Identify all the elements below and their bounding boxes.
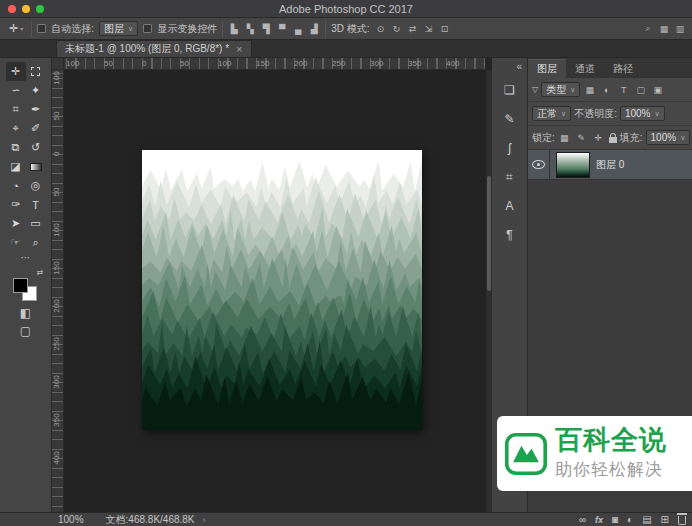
gradient-tool[interactable] bbox=[26, 157, 46, 176]
ruler-label: 100 bbox=[52, 222, 61, 238]
vertical-ruler[interactable]: 10050050100150200250300350400 bbox=[52, 70, 64, 512]
layer-row[interactable]: 图层 0 bbox=[528, 150, 692, 180]
quick-mask-button[interactable]: ◧ bbox=[20, 304, 31, 322]
ruler-label: 50 bbox=[52, 108, 61, 124]
document-tab[interactable]: 未标题-1 @ 100% (图层 0, RGB/8*) * × bbox=[56, 40, 252, 57]
align-horizontal-centers-icon[interactable]: ▚ bbox=[244, 24, 256, 34]
history-brush-tool[interactable]: ↺ bbox=[26, 138, 46, 157]
spot-healing-brush-tool[interactable]: ⌖ bbox=[6, 119, 26, 138]
grid-view-icon[interactable]: ▦ bbox=[658, 24, 670, 34]
panel-tab-通道[interactable]: 通道 bbox=[566, 59, 604, 78]
hand-tool[interactable]: ☞ bbox=[6, 233, 26, 252]
clone-stamp-tool[interactable]: ⧉ bbox=[6, 138, 26, 157]
rectangular-marquee-tool[interactable] bbox=[26, 62, 46, 81]
rectangle-tool[interactable]: ▭ bbox=[26, 214, 46, 233]
3d-scale-icon[interactable]: ⊡ bbox=[438, 24, 450, 34]
delete-layer-icon[interactable] bbox=[678, 516, 686, 525]
move-tool[interactable]: ✛ bbox=[6, 62, 26, 81]
lock-transparent-pixels-icon[interactable]: ▦ bbox=[558, 133, 571, 143]
filter-shape-layers-icon[interactable]: ▢ bbox=[634, 85, 647, 95]
lock-image-pixels-icon[interactable]: ✎ bbox=[575, 133, 588, 143]
3d-roll-icon[interactable]: ↻ bbox=[390, 24, 402, 34]
3d-slide-icon[interactable]: ⇲ bbox=[422, 24, 434, 34]
pen-tool[interactable]: ✑ bbox=[6, 195, 26, 214]
spot-healing-brush-tool-icon: ⌖ bbox=[12, 122, 18, 135]
link-layers-icon[interactable]: ∞ bbox=[579, 514, 586, 525]
3d-rotate-icon[interactable]: ⊙ bbox=[374, 24, 386, 34]
align-top-edges-icon[interactable]: ▀ bbox=[276, 24, 288, 34]
screen-mode-button[interactable]: ▢ bbox=[20, 322, 31, 340]
filter-type-layers-icon[interactable]: T bbox=[617, 85, 630, 95]
close-window-button[interactable] bbox=[8, 5, 16, 13]
lock-position-icon[interactable]: ✛ bbox=[592, 133, 605, 143]
fullscreen-window-button[interactable] bbox=[36, 5, 44, 13]
auto-select-target-dropdown[interactable]: 图层 bbox=[99, 21, 138, 36]
filter-pixel-layers-icon[interactable]: ▦ bbox=[583, 85, 596, 95]
align-bottom-edges-icon[interactable]: ▟ bbox=[308, 24, 320, 34]
align-right-edges-icon[interactable]: ▜ bbox=[260, 24, 272, 34]
minimize-window-button[interactable] bbox=[22, 5, 30, 13]
edit-toolbar-button[interactable]: ⋯ bbox=[21, 252, 31, 266]
quick-selection-tool[interactable]: ✦ bbox=[26, 81, 46, 100]
auto-select-checkbox[interactable] bbox=[37, 24, 46, 33]
ruler-label: 250 bbox=[332, 59, 345, 68]
type-tool[interactable]: T bbox=[26, 195, 46, 214]
vertical-scrollbar[interactable] bbox=[485, 70, 492, 512]
character-panel-icon[interactable]: A bbox=[498, 195, 522, 217]
color-swatches[interactable]: ⇄ bbox=[11, 272, 41, 304]
clone-stamp-tool-icon: ⧉ bbox=[12, 141, 20, 154]
swap-colors-icon[interactable]: ⇄ bbox=[37, 268, 44, 277]
canvas-viewport[interactable] bbox=[64, 70, 485, 512]
filter-type-dropdown[interactable]: 类型 bbox=[541, 82, 580, 97]
add-layer-mask-icon[interactable]: ◙ bbox=[612, 514, 618, 525]
horizontal-ruler[interactable]: 10050050100150200250300350400450 bbox=[52, 58, 485, 70]
ruler-origin-corner[interactable] bbox=[52, 58, 64, 70]
paragraph-panel-icon[interactable]: ¶ bbox=[498, 224, 522, 246]
new-adjustment-layer-icon[interactable]: ◐ bbox=[627, 514, 633, 525]
align-vertical-centers-icon[interactable]: ▄ bbox=[292, 24, 304, 34]
zoom-tool[interactable]: ⌕ bbox=[26, 233, 46, 252]
properties-panel-icon[interactable]: ✎ bbox=[498, 108, 522, 130]
tab-close-icon[interactable]: × bbox=[236, 43, 242, 55]
workspace-switcher-icon[interactable]: ▥ bbox=[674, 24, 686, 34]
lock-all-icon[interactable] bbox=[609, 137, 617, 143]
brush-tool[interactable]: ✐ bbox=[26, 119, 46, 138]
3d-drag-icon[interactable]: ⇄ bbox=[406, 24, 418, 34]
ruler-label: 150 bbox=[52, 260, 61, 276]
crop-tool[interactable]: ⌗ bbox=[6, 100, 26, 119]
opacity-dropdown[interactable]: 100% bbox=[620, 106, 665, 121]
search-icon[interactable]: ⌕ bbox=[642, 23, 654, 34]
fill-dropdown[interactable]: 100% bbox=[646, 130, 691, 145]
blend-mode-dropdown[interactable]: 正常 bbox=[532, 106, 571, 121]
blur-tool[interactable]: ◔ bbox=[6, 176, 26, 195]
watermark-card: 百科全说 助你轻松解决 bbox=[497, 416, 692, 491]
foreground-color-swatch[interactable] bbox=[13, 278, 28, 293]
tool-preset-picker[interactable]: ✛ ▾ bbox=[6, 22, 26, 35]
new-group-icon[interactable]: ▤ bbox=[642, 514, 651, 525]
scrollbar-thumb[interactable] bbox=[487, 176, 491, 291]
blend-row: 正常 不透明度: 100% bbox=[528, 102, 692, 126]
panel-tab-图层[interactable]: 图层 bbox=[528, 59, 566, 78]
layer-style-icon[interactable]: fx bbox=[595, 515, 603, 525]
eraser-tool[interactable]: ◪ bbox=[6, 157, 26, 176]
expand-panels-icon[interactable]: « bbox=[516, 61, 522, 72]
filter-adjustment-layers-icon[interactable]: ◐ bbox=[600, 85, 613, 95]
new-layer-icon[interactable]: ⊞ bbox=[661, 514, 669, 525]
status-chevron-icon[interactable]: › bbox=[203, 515, 206, 525]
filter-smart-objects-icon[interactable]: ▣ bbox=[651, 85, 664, 95]
show-transform-checkbox[interactable] bbox=[143, 24, 152, 33]
lasso-tool[interactable]: ∽ bbox=[6, 81, 26, 100]
panel-tab-路径[interactable]: 路径 bbox=[604, 59, 642, 78]
eyedropper-tool[interactable]: ✒ bbox=[26, 100, 46, 119]
path-selection-tool[interactable]: ➤ bbox=[6, 214, 26, 233]
rectangle-tool-icon: ▭ bbox=[30, 217, 40, 230]
libraries-panel-icon[interactable]: ʃ bbox=[498, 137, 522, 159]
zoom-level[interactable]: 100% bbox=[58, 514, 84, 525]
info-panel-icon[interactable]: ⌗ bbox=[498, 166, 522, 188]
document-canvas[interactable] bbox=[142, 150, 422, 430]
dodge-tool[interactable]: ◎ bbox=[26, 176, 46, 195]
layer-visibility-toggle[interactable] bbox=[528, 150, 550, 179]
chevron-down-icon: ▾ bbox=[20, 25, 23, 32]
align-left-edges-icon[interactable]: ▙ bbox=[228, 24, 240, 34]
swatches-panel-icon[interactable]: ❏ bbox=[498, 79, 522, 101]
